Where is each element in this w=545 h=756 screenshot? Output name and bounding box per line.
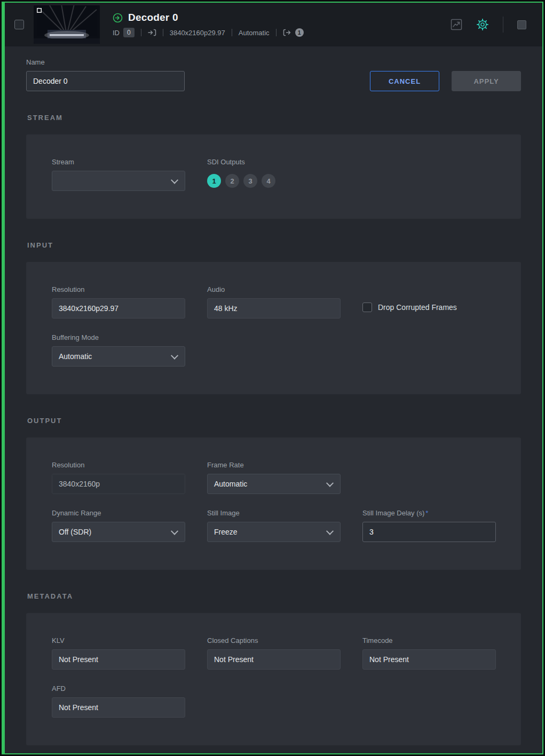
input-resolution-text: 3840x2160p29.97 [170, 29, 225, 37]
still-image-label: Still Image [207, 509, 341, 517]
decoder-meta-row: ID 0 3840x2160p29.97 Automatic [113, 28, 304, 37]
frame-rate-label: Frame Rate [207, 461, 341, 469]
sdi-outputs-group: SDI Outputs 1 2 3 4 [207, 158, 341, 191]
timecode-group: Timecode Not Present [362, 636, 496, 670]
afd-label: AFD [52, 685, 185, 693]
stream-select[interactable] [52, 171, 185, 191]
dynamic-range-group: Dynamic Range Off (SDR) [52, 509, 185, 542]
frame-rate-group: Frame Rate Automatic [207, 461, 341, 494]
decoder-frame: Decoder 0 ID 0 3840x2160p29.97 Automatic [2, 2, 543, 754]
still-image-delay-group: Still Image Delay (s)* [362, 509, 496, 542]
name-field-group: Name [26, 58, 185, 91]
still-image-value: Freeze [214, 528, 238, 536]
name-input[interactable] [26, 71, 185, 91]
settings-button[interactable] [476, 18, 489, 31]
input-resolution-group: Resolution 3840x2160p29.97 [52, 285, 185, 319]
id-label: ID [113, 29, 120, 37]
output-port-icon [283, 29, 291, 36]
meta-divider [141, 29, 141, 36]
sdi-output-4[interactable]: 4 [262, 174, 275, 188]
statistics-button[interactable] [451, 19, 462, 30]
timecode-label: Timecode [362, 636, 496, 644]
chart-icon [451, 19, 462, 30]
input-section-title: INPUT [27, 241, 521, 249]
output-resolution-value: 3840x2160p [52, 474, 185, 494]
cancel-button[interactable]: CANCEL [370, 71, 439, 91]
audio-group: Audio 48 kHz [207, 285, 341, 319]
still-image-select[interactable]: Freeze [207, 522, 341, 542]
buffering-mode-value: Automatic [59, 352, 92, 361]
buffering-mode-select[interactable]: Automatic [52, 346, 185, 367]
buffering-mode-text: Automatic [239, 29, 270, 37]
header-divider [503, 17, 503, 33]
audio-label: Audio [207, 285, 341, 293]
meta-divider [163, 29, 163, 36]
still-image-delay-input[interactable] [362, 522, 496, 542]
apply-button[interactable]: APPLY [452, 71, 521, 91]
form-actions: CANCEL APPLY [370, 71, 521, 91]
sdi-output-selector: 1 2 3 4 [207, 171, 341, 191]
square-icon [517, 20, 526, 29]
meta-divider [276, 29, 277, 36]
decoder-settings-page: Decoder 0 ID 0 3840x2160p29.97 Automatic [0, 0, 545, 756]
chevron-down-icon [326, 528, 334, 535]
klv-group: KLV Not Present [52, 636, 185, 670]
decoder-title: Decoder 0 [128, 12, 178, 23]
klv-label: KLV [52, 636, 185, 644]
stream-section-title: STREAM [27, 114, 521, 122]
buffering-mode-group: Buffering Mode Automatic [52, 333, 185, 367]
closed-captions-group: Closed Captions Not Present [207, 636, 341, 670]
frame-rate-select[interactable]: Automatic [207, 474, 341, 494]
header-actions [451, 17, 526, 33]
timecode-value: Not Present [362, 649, 496, 670]
meta-divider [232, 29, 232, 36]
audio-value: 48 kHz [207, 298, 341, 319]
sdi-output-2[interactable]: 2 [225, 174, 239, 188]
sdi-outputs-label: SDI Outputs [207, 158, 341, 166]
sdi-output-1[interactable]: 1 [207, 174, 221, 188]
stream-card: Stream SDI Outputs 1 2 3 4 [26, 134, 521, 219]
name-label: Name [26, 58, 185, 66]
afd-group: AFD Not Present [52, 685, 185, 718]
buffering-mode-label: Buffering Mode [52, 333, 185, 341]
output-card: Resolution 3840x2160p Frame Rate Automat… [26, 437, 521, 570]
dynamic-range-value: Off (SDR) [59, 528, 91, 536]
input-resolution-value: 3840x2160p29.97 [52, 298, 185, 319]
name-row: Name CANCEL APPLY [26, 58, 521, 91]
select-decoder-checkbox[interactable] [14, 20, 24, 29]
drop-corrupted-frames-label: Drop Corrupted Frames [378, 303, 457, 312]
afd-value: Not Present [52, 697, 185, 718]
drop-corrupted-frames-group: Drop Corrupted Frames [362, 297, 496, 317]
output-section-title: OUTPUT [27, 417, 521, 425]
input-resolution-label: Resolution [52, 285, 185, 293]
video-preview-image [34, 5, 100, 44]
chevron-down-icon [171, 352, 178, 360]
decoder-title-block: Decoder 0 ID 0 3840x2160p29.97 Automatic [113, 12, 304, 37]
still-image-delay-label: Still Image Delay (s)* [362, 509, 496, 517]
chevron-down-icon [171, 177, 178, 184]
id-value-badge: 0 [123, 28, 135, 37]
decoder-header: Decoder 0 ID 0 3840x2160p29.97 Automatic [5, 3, 542, 46]
streaming-status-icon [113, 13, 123, 23]
stream-select-group: Stream [52, 158, 185, 191]
metadata-section-title: METADATA [27, 592, 521, 600]
dynamic-range-label: Dynamic Range [52, 509, 185, 517]
dynamic-range-select[interactable]: Off (SDR) [52, 522, 185, 542]
stream-label: Stream [52, 158, 185, 166]
video-preview-thumbnail [34, 5, 100, 44]
drop-corrupted-frames-checkbox[interactable] [362, 303, 372, 312]
required-asterisk: * [425, 509, 428, 517]
closed-captions-value: Not Present [207, 649, 341, 670]
chevron-down-icon [171, 528, 178, 535]
outputs-count-badge: 1 [295, 28, 304, 37]
gear-icon [476, 18, 489, 31]
closed-captions-label: Closed Captions [207, 636, 341, 644]
input-card: Resolution 3840x2160p29.97 Audio 48 kHz … [26, 262, 521, 394]
sdi-output-3[interactable]: 3 [243, 174, 257, 188]
chevron-down-icon [326, 480, 334, 487]
still-image-group: Still Image Freeze [207, 509, 341, 542]
panel-toggle-button[interactable] [517, 20, 526, 29]
input-port-icon [148, 29, 156, 36]
output-resolution-label: Resolution [52, 461, 185, 469]
klv-value: Not Present [52, 649, 185, 670]
